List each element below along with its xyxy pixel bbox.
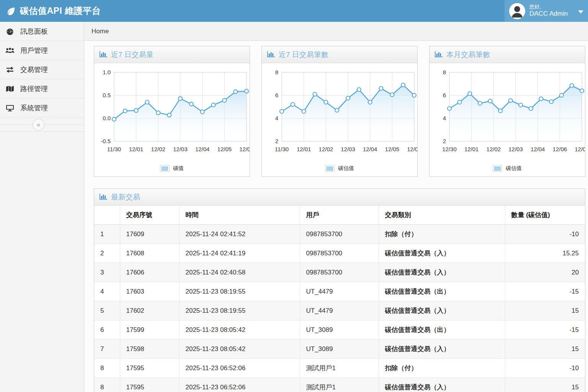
txn-id-cell: 17602 (120, 301, 179, 320)
data-point-marker (509, 99, 513, 103)
x-axis-tick-label: 11/30 (275, 146, 289, 152)
data-point-marker (222, 98, 226, 102)
header-spacer (101, 0, 505, 22)
data-point-marker (156, 111, 160, 115)
data-point-marker (580, 89, 584, 93)
txn-id-cell: 17609 (120, 225, 179, 244)
sidebar-item-users[interactable]: 用戶管理 (0, 41, 84, 60)
time-cell: 2025-11-24 02:40:58 (179, 263, 300, 282)
x-axis-tick-label: 12/05 (217, 146, 232, 152)
time-cell: 2025-11-24 02:41:52 (179, 225, 300, 244)
row-index-cell: 5 (94, 301, 120, 320)
data-point-marker (468, 92, 472, 96)
y-axis-tick-label: 1.0 (103, 69, 111, 75)
data-point-marker (458, 100, 462, 104)
bar-chart-icon (434, 50, 443, 59)
txn-id-cell: 17606 (120, 263, 179, 282)
col-header-user: 用戶 (300, 206, 379, 225)
sidebar-item-transactions[interactable]: 交易管理 (0, 60, 84, 79)
top-header: 碳估值API 維護平台 您好, DACC Admin (0, 0, 588, 22)
data-point-marker (346, 96, 350, 100)
col-header-index (94, 206, 120, 225)
amount-cell: 20 (505, 263, 585, 282)
sidebar-item-label: 交易管理 (20, 65, 48, 74)
row-index-cell: 1 (94, 225, 120, 244)
x-axis-tick-label: 12/06 (553, 146, 567, 152)
data-point-marker (335, 108, 339, 112)
table-row: 7175982025-11-23 08:05:42UT_3089碳估值普通交易（… (94, 340, 585, 359)
sidebar-collapse-row: « (0, 118, 84, 132)
legend-label: 碳估值 (338, 165, 354, 172)
row-index-cell: 4 (94, 282, 120, 301)
chart-legend: 碳值 (94, 160, 250, 176)
chart-panel-daily-volume: 近7 日交易量 1.00.50.0-0.511/3012/0112/0212/0… (94, 46, 250, 177)
user-menu[interactable]: 您好, DACC Admin (505, 0, 588, 22)
row-index-cell: 8 (94, 359, 120, 378)
line-chart-daily-volume: 1.00.50.0-0.511/3012/0112/0212/0312/0412… (94, 63, 250, 160)
type-cell: 扣除（付） (379, 359, 505, 378)
x-axis-tick-label: 12/04 (531, 146, 545, 152)
amount-cell: 15.25 (505, 244, 585, 263)
data-point-marker (234, 90, 237, 93)
table-row: 6175992025-11-23 08:05:42UT_3089碳估值普通交易（… (94, 320, 585, 340)
data-point-marker (167, 113, 171, 117)
time-cell: 2025-11-23 08:05:42 (179, 340, 300, 359)
row-index-cell: 7 (94, 340, 120, 359)
leaf-icon (6, 6, 16, 16)
data-point-marker (123, 109, 127, 113)
sidebar-item-label: 用戶管理 (20, 46, 48, 55)
txn-id-cell: 17608 (120, 244, 179, 263)
users-icon (5, 46, 15, 55)
sidebar-item-system[interactable]: 系統管理 (0, 98, 84, 118)
y-axis-tick-label: 0.5 (103, 92, 111, 98)
user-name: DACC Admin (529, 10, 574, 18)
time-cell: 2025-11-23 08:05:42 (179, 320, 300, 340)
legend-label: 碳值 (173, 165, 184, 172)
time-cell: 2025-11-23 08:19:55 (179, 301, 300, 320)
data-point-marker (519, 103, 523, 107)
bar-chart-icon (267, 50, 275, 59)
time-cell: 2025-11-24 02:41:19 (179, 244, 300, 263)
legend-swatch (493, 165, 502, 172)
amount-cell: -15 (505, 320, 585, 340)
sidebar-item-label: 路徑管理 (20, 84, 48, 93)
user-cell: 0987853700 (300, 225, 379, 244)
data-point-marker (478, 101, 482, 105)
main-area: Home 近7 日交易量 (84, 22, 588, 392)
user-greeting: 您好, DACC Admin (529, 4, 574, 17)
amount-cell: 15 (505, 378, 585, 392)
chart-panel-daily-count: 近7 日交易筆數 864211/3012/0112/0212/0312/0412… (261, 46, 418, 177)
amount-cell: -15 (505, 282, 585, 301)
sidebar: 訊息面板 用戶管理 交易管理 (0, 22, 84, 392)
col-header-amount: 數量 (碳估值) (505, 206, 585, 225)
data-point-marker (313, 92, 317, 96)
user-cell: 0987853700 (300, 263, 379, 282)
x-axis-tick-label: 12/03 (173, 146, 188, 152)
panel-header: 最新交易 (94, 189, 585, 206)
panel-title: 近7 日交易量 (111, 50, 154, 60)
data-point-marker (390, 93, 394, 97)
panel-header: 近7 日交易量 (94, 46, 250, 63)
data-point-marker (134, 109, 138, 113)
table-row: 3176062025-11-24 02:40:580987853700碳估值普通… (94, 263, 585, 282)
breadcrumb-home-link[interactable]: Home (91, 28, 109, 35)
chart-panel-monthly-count: 本月交易筆數 864212/3012/0112/0212/0312/0412/0… (429, 46, 585, 177)
data-point-marker (189, 102, 193, 106)
chart-body: 864212/3012/0112/0212/0312/0412/0612/06 (430, 63, 585, 160)
sidebar-item-dashboard[interactable]: 訊息面板 (0, 22, 84, 41)
amount-cell: 15 (505, 340, 585, 359)
x-axis-tick-label: 12/03 (508, 146, 523, 152)
data-point-marker (368, 100, 372, 104)
sidebar-collapse-button[interactable]: « (33, 119, 44, 131)
x-axis-tick-label: 12/03 (341, 146, 355, 152)
user-cell: UT_4479 (300, 282, 379, 301)
x-axis-tick-label: 12/06 (407, 146, 417, 152)
y-axis-tick-label: 2 (443, 138, 446, 144)
table-header-row: 交易序號 時間 用戶 交易類別 數量 (碳估值) (94, 206, 585, 225)
sidebar-item-routes[interactable]: 路徑管理 (0, 79, 84, 98)
data-point-marker (560, 93, 564, 97)
desktop-icon (5, 103, 15, 113)
gauge-icon (5, 27, 15, 36)
panel-title: 近7 日交易筆數 (279, 50, 328, 60)
data-point-marker (280, 109, 284, 113)
